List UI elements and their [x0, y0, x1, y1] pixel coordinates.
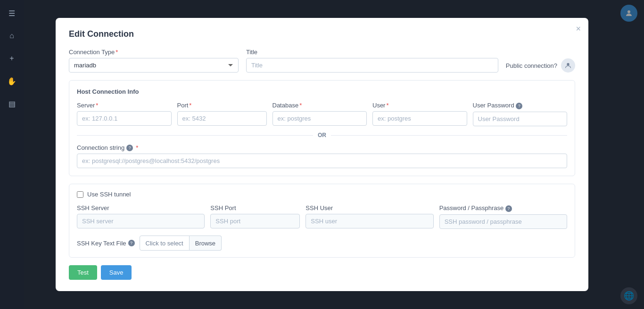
port-input[interactable]	[177, 111, 267, 126]
test-button[interactable]: Test	[69, 265, 97, 280]
ssh-password-input[interactable]	[439, 214, 567, 229]
public-connection-label: Public connection?	[506, 62, 557, 69]
user-password-help-icon[interactable]: ?	[516, 103, 522, 109]
connection-type-label: Connection Type*	[69, 49, 239, 56]
ssh-server-input[interactable]	[77, 214, 205, 228]
browse-button[interactable]: Browse	[190, 236, 222, 251]
ssh-password-group: Password / Passphrase ?	[439, 204, 567, 229]
user-password-group: User Password ?	[473, 102, 568, 126]
ssh-key-help-icon[interactable]: ?	[128, 240, 135, 246]
ssh-key-row: SSH Key Text File ? Click to select Brow…	[77, 236, 567, 251]
hand-icon[interactable]: ✋	[4, 73, 19, 89]
add-icon[interactable]: +	[4, 51, 19, 66]
ssh-toggle-row: Use SSH tunnel	[77, 191, 567, 198]
database-label: Database*	[272, 102, 367, 109]
ssh-user-input[interactable]	[305, 214, 433, 228]
server-label: Server*	[77, 102, 172, 109]
host-section-title: Host Connection Info	[77, 88, 567, 95]
ssh-key-label: SSH Key Text File ?	[77, 240, 135, 247]
public-connection-group: Public connection?	[506, 58, 575, 73]
host-connection-section: Host Connection Info Server* Port*	[69, 80, 575, 176]
svg-point-1	[567, 63, 569, 65]
ssh-user-label: SSH User	[305, 204, 433, 211]
ssh-server-label: SSH Server	[77, 204, 205, 211]
file-select-button[interactable]: Click to select	[140, 236, 190, 251]
ssh-fields-grid: SSH Server SSH Port SSH User Password / …	[77, 204, 567, 229]
connection-string-help-icon[interactable]: ?	[126, 145, 133, 151]
modal-overlay: Edit Connection × Connection Type* maria…	[0, 0, 644, 309]
user-label: User*	[372, 102, 467, 109]
connection-type-group: Connection Type* mariadb postgres mysql …	[69, 49, 239, 73]
public-connection-icon[interactable]	[561, 58, 575, 73]
port-label: Port*	[177, 102, 267, 109]
connection-string-label: Connection string ? *	[77, 144, 567, 151]
user-password-input[interactable]	[473, 112, 568, 126]
ssh-section: Use SSH tunnel SSH Server SSH Port SSH U…	[69, 184, 575, 258]
user-input[interactable]	[372, 111, 467, 126]
ssh-tunnel-checkbox[interactable]	[77, 191, 83, 198]
server-group: Server*	[77, 102, 172, 126]
ssh-port-input[interactable]	[210, 214, 300, 228]
ssh-port-group: SSH Port	[210, 204, 300, 229]
database-group: Database*	[272, 102, 367, 126]
ssh-password-help-icon[interactable]: ?	[505, 205, 512, 212]
ssh-server-group: SSH Server	[77, 204, 205, 229]
edit-connection-modal: Edit Connection × Connection Type* maria…	[56, 18, 588, 291]
connection-type-select[interactable]: mariadb postgres mysql sqlite mssql	[69, 58, 239, 73]
top-form-row: Connection Type* mariadb postgres mysql …	[69, 49, 575, 73]
ssh-password-label: Password / Passphrase ?	[439, 204, 567, 212]
home-icon[interactable]: ⌂	[4, 28, 19, 43]
database-input[interactable]	[272, 111, 367, 126]
ssh-user-group: SSH User	[305, 204, 433, 229]
file-input-group: Click to select Browse	[140, 236, 222, 251]
connection-string-row: Connection string ? *	[77, 144, 567, 168]
title-input[interactable]	[246, 58, 498, 73]
close-button[interactable]: ×	[576, 24, 581, 33]
title-group: Title	[246, 49, 498, 73]
footer-buttons: Test Save	[69, 265, 575, 280]
ssh-toggle-label: Use SSH tunnel	[87, 191, 131, 198]
sidebar: ☰ ⌂ + ✋ ▤	[0, 0, 24, 309]
server-input[interactable]	[77, 111, 172, 126]
menu-icon[interactable]: ☰	[4, 6, 19, 21]
connection-string-input[interactable]	[77, 154, 567, 168]
title-label: Title	[246, 49, 498, 56]
user-group: User*	[372, 102, 467, 126]
port-group: Port*	[177, 102, 267, 126]
or-divider: OR	[77, 132, 567, 138]
host-fields-grid: Server* Port* Database*	[77, 102, 567, 126]
or-text: OR	[318, 132, 326, 138]
save-button[interactable]: Save	[101, 265, 132, 280]
list-icon[interactable]: ▤	[4, 96, 19, 111]
modal-title: Edit Connection	[69, 29, 575, 39]
user-password-label: User Password ?	[473, 102, 568, 109]
ssh-port-label: SSH Port	[210, 204, 300, 211]
